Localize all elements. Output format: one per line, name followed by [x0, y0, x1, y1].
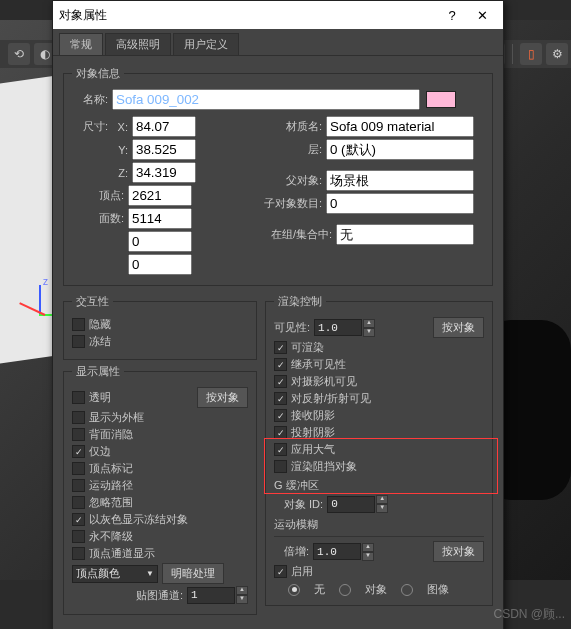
- name-label: 名称:: [72, 92, 108, 107]
- titlebar: 对象属性 ? ✕: [53, 1, 503, 29]
- vertex-channel-checkbox[interactable]: [72, 547, 85, 560]
- tool-icon[interactable]: ⟲: [8, 43, 30, 65]
- display-by-object-button[interactable]: 按对象: [197, 387, 248, 408]
- dim-x-field: [132, 116, 196, 137]
- ignore-extents-checkbox[interactable]: [72, 496, 85, 509]
- apply-atm-checkbox[interactable]: [274, 443, 287, 456]
- verts-label: 顶点:: [72, 188, 124, 203]
- display-legend: 显示属性: [72, 364, 124, 379]
- faces-field: [128, 208, 192, 229]
- object-info-legend: 对象信息: [72, 66, 124, 81]
- vertex-ticks-label: 顶点标记: [89, 461, 133, 476]
- enable-mb-checkbox[interactable]: [274, 565, 287, 578]
- render-occluded-label: 渲染阻挡对象: [291, 459, 357, 474]
- interactivity-group: 交互性 隐藏 冻结: [63, 294, 257, 360]
- edges-only-checkbox[interactable]: [72, 445, 85, 458]
- frozen-gray-label: 以灰色显示冻结对象: [89, 512, 188, 527]
- parent-label: 父对象:: [260, 173, 322, 188]
- visibility-spinner[interactable]: ▲▼: [314, 319, 375, 337]
- transparent-label: 透明: [89, 390, 111, 405]
- vertex-channel-label: 顶点通道显示: [89, 546, 155, 561]
- faces-label: 面数:: [72, 211, 124, 226]
- tool-icon[interactable]: ▯: [520, 43, 542, 65]
- interactivity-legend: 交互性: [72, 294, 113, 309]
- display-group: 显示属性 透明 按对象 显示为外框 背面消隐 仅边 顶点标记 运动路径 忽略范围…: [63, 364, 257, 615]
- extra-field: [128, 231, 192, 252]
- enable-mb-label: 启用: [291, 564, 313, 579]
- mat-label: 材质名:: [260, 119, 322, 134]
- tool-icon[interactable]: ⚙: [546, 43, 568, 65]
- render-control-legend: 渲染控制: [274, 294, 326, 309]
- x-label: X:: [112, 121, 128, 133]
- render-control-group: 渲染控制 可见性: ▲▼ 按对象 可渲染 继承可见性 对摄影机可见 对反射/折射…: [265, 294, 493, 606]
- frozen-gray-checkbox[interactable]: [72, 513, 85, 526]
- layer-label: 层:: [260, 142, 322, 157]
- mb-image-label: 图像: [427, 582, 449, 597]
- show-as-box-checkbox[interactable]: [72, 411, 85, 424]
- backface-cull-checkbox[interactable]: [72, 428, 85, 441]
- receive-shadows-label: 接收阴影: [291, 408, 335, 423]
- render-by-object-button[interactable]: 按对象: [433, 317, 484, 338]
- verts-field: [128, 185, 192, 206]
- object-properties-dialog: 对象属性 ? ✕ 常规 高级照明 用户定义 对象信息 名称: 尺寸: X:: [52, 0, 504, 629]
- object-info-group: 对象信息 名称: 尺寸: X: Y: Z: 顶点:: [63, 66, 493, 286]
- help-button[interactable]: ?: [437, 4, 467, 26]
- cast-shadows-checkbox[interactable]: [274, 426, 287, 439]
- tab-general[interactable]: 常规: [59, 33, 103, 55]
- map-channel-spinner[interactable]: ▲▼: [187, 586, 248, 604]
- mult-label: 倍增:: [284, 544, 309, 559]
- material-field: [326, 116, 474, 137]
- parent-field: [326, 170, 474, 191]
- dialog-title: 对象属性: [59, 7, 437, 24]
- receive-shadows-checkbox[interactable]: [274, 409, 287, 422]
- backface-cull-label: 背面消隐: [89, 427, 133, 442]
- edges-only-label: 仅边: [89, 444, 111, 459]
- close-button[interactable]: ✕: [467, 4, 497, 26]
- tab-user-defined[interactable]: 用户定义: [173, 33, 239, 55]
- children-label: 子对象数目:: [260, 196, 322, 211]
- visible-cam-checkbox[interactable]: [274, 375, 287, 388]
- mb-by-object-button[interactable]: 按对象: [433, 541, 484, 562]
- mb-image-radio[interactable]: [401, 584, 413, 596]
- map-channel-label: 贴图通道:: [136, 588, 183, 603]
- mb-object-radio[interactable]: [339, 584, 351, 596]
- tab-bar: 常规 高级照明 用户定义: [53, 29, 503, 56]
- tab-adv-lighting[interactable]: 高级照明: [105, 33, 171, 55]
- vertex-ticks-checkbox[interactable]: [72, 462, 85, 475]
- cast-shadows-label: 投射阴影: [291, 425, 335, 440]
- object-color-swatch[interactable]: [426, 91, 456, 108]
- never-degrade-label: 永不降级: [89, 529, 133, 544]
- mb-object-label: 对象: [365, 582, 387, 597]
- inherit-vis-checkbox[interactable]: [274, 358, 287, 371]
- motion-path-checkbox[interactable]: [72, 479, 85, 492]
- never-degrade-checkbox[interactable]: [72, 530, 85, 543]
- inherit-vis-label: 继承可见性: [291, 357, 346, 372]
- freeze-checkbox[interactable]: [72, 335, 85, 348]
- dim-label: 尺寸:: [72, 119, 108, 134]
- hide-checkbox[interactable]: [72, 318, 85, 331]
- mb-none-label: 无: [314, 582, 325, 597]
- object-id-label: 对象 ID:: [284, 497, 323, 512]
- motion-blur-legend: 运动模糊: [274, 517, 484, 532]
- z-label: Z:: [112, 167, 128, 179]
- group-label: 在组/集合中:: [260, 227, 332, 242]
- hide-label: 隐藏: [89, 317, 111, 332]
- renderable-checkbox[interactable]: [274, 341, 287, 354]
- watermark: CSDN @顾...: [493, 606, 565, 623]
- ignore-extents-label: 忽略范围: [89, 495, 133, 510]
- name-field[interactable]: [112, 89, 420, 110]
- visible-cam-label: 对摄影机可见: [291, 374, 357, 389]
- renderable-label: 可渲染: [291, 340, 324, 355]
- dim-z-field: [132, 162, 196, 183]
- mb-none-radio[interactable]: [288, 584, 300, 596]
- visible-refl-checkbox[interactable]: [274, 392, 287, 405]
- render-occluded-checkbox[interactable]: [274, 460, 287, 473]
- mult-spinner[interactable]: ▲▼: [313, 543, 374, 561]
- vertex-color-combo[interactable]: 顶点颜色▼: [72, 565, 158, 583]
- transparent-checkbox[interactable]: [72, 391, 85, 404]
- visibility-label: 可见性:: [274, 320, 310, 335]
- shaded-button[interactable]: 明暗处理: [162, 563, 224, 584]
- apply-atm-label: 应用大气: [291, 442, 335, 457]
- object-id-spinner[interactable]: ▲▼: [327, 495, 388, 513]
- show-as-box-label: 显示为外框: [89, 410, 144, 425]
